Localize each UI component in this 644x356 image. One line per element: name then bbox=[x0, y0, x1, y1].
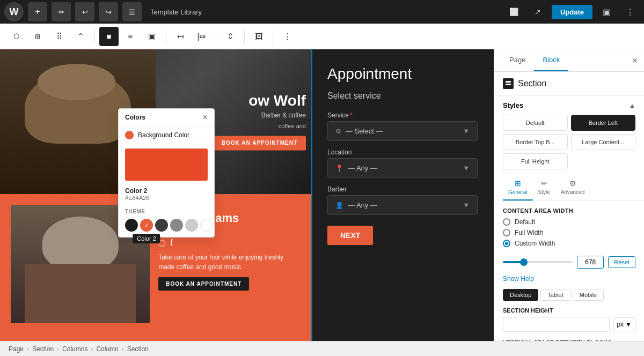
sidebar-tabs: Page Block × bbox=[494, 49, 644, 72]
align-justify-button[interactable]: ▣ bbox=[142, 27, 162, 46]
style-border-top-button[interactable]: Border Top B... bbox=[503, 134, 568, 150]
facebook-icon[interactable]: f bbox=[170, 238, 172, 248]
next-button[interactable]: NEXT bbox=[327, 226, 373, 245]
barber-text-overlay: ow Wolf Barber & coffee coffee and BOOK … bbox=[213, 93, 306, 150]
image-button[interactable]: 🖼 bbox=[249, 27, 268, 46]
barber-partial-name: ow Wolf bbox=[213, 93, 306, 109]
barber-select-arrow: ▼ bbox=[463, 201, 470, 209]
colors-popup: Colors × Background Color Color 2 #E64A2… bbox=[118, 108, 215, 238]
theme-color-orange-wrap: Color 2 bbox=[140, 219, 153, 232]
width-value-input[interactable]: 678 bbox=[577, 256, 604, 269]
desktop-tab[interactable]: Desktop bbox=[503, 289, 538, 301]
colors-popup-title: Colors bbox=[125, 114, 145, 121]
theme-color-medgray-wrap bbox=[170, 219, 183, 232]
breadcrumb-sep-3: › bbox=[91, 345, 93, 353]
service-select[interactable]: ⚙ — Select — ▼ bbox=[327, 121, 478, 141]
styles-header: Styles ▲ bbox=[494, 96, 644, 115]
breadcrumb-section[interactable]: Section bbox=[32, 345, 54, 353]
radio-default-circle bbox=[503, 218, 510, 226]
panel-toggle-button[interactable]: ⬡ bbox=[6, 27, 26, 46]
advanced-icon: ⚙ bbox=[569, 179, 576, 188]
wp-logo[interactable]: W bbox=[4, 2, 24, 21]
block-type-button[interactable]: ⊞ bbox=[28, 27, 47, 46]
align-center-button[interactable]: ≡ bbox=[121, 27, 140, 46]
mobile-tab[interactable]: Mobile bbox=[573, 289, 604, 301]
radio-default[interactable]: Default bbox=[503, 218, 635, 226]
col-separator-button[interactable]: |⇔ bbox=[192, 27, 211, 46]
advanced-subtab[interactable]: ⚙ Advanced bbox=[555, 175, 590, 201]
theme-color-white[interactable] bbox=[200, 219, 213, 232]
colors-popup-close-button[interactable]: × bbox=[203, 113, 208, 122]
top-bar: W + ✏ ↩ ↪ ☰ Template Library ⬜ ↗ Update … bbox=[0, 0, 644, 24]
add-col-left-button[interactable]: ↤ bbox=[171, 27, 190, 46]
sidebar-toggle-button[interactable]: ▣ bbox=[597, 2, 616, 21]
barber-desc-short: coffee and bbox=[213, 122, 306, 130]
theme-section: THEME Color 2 bbox=[119, 205, 214, 237]
theme-color-black-wrap bbox=[125, 219, 138, 232]
slider-thumb[interactable] bbox=[520, 258, 528, 266]
block-toolbar: ⬡ ⊞ ⠿ ⌃ ■ ≡ ▣ ↤ |⇔ ⇕ 🖼 ⋮ bbox=[0, 24, 644, 49]
details-button[interactable]: ☰ bbox=[122, 2, 142, 21]
book-appointment-btn-bottom[interactable]: BOOK AN APPOINTMENT bbox=[158, 277, 249, 291]
theme-color-orange[interactable] bbox=[140, 219, 153, 232]
more-menu-button[interactable]: ⋮ bbox=[620, 2, 640, 21]
radio-full-width[interactable]: Full Width bbox=[503, 229, 635, 236]
book-appointment-btn-top[interactable]: BOOK AN APPOINTMENT bbox=[213, 136, 306, 151]
section-height-label: SECTION HEIGHT bbox=[503, 307, 635, 314]
reset-width-button[interactable]: Reset bbox=[608, 256, 635, 268]
theme-color-darkgray[interactable] bbox=[155, 219, 168, 232]
barber-select[interactable]: 👤 — Any — ▼ bbox=[327, 195, 478, 215]
theme-color-black[interactable] bbox=[125, 219, 138, 232]
add-block-button[interactable]: + bbox=[28, 2, 47, 21]
appointment-panel: Appointment Select service Service * ⚙ —… bbox=[311, 49, 494, 341]
update-button[interactable]: Update bbox=[552, 5, 592, 19]
block-drag-button[interactable]: ⠿ bbox=[49, 27, 69, 46]
theme-label: THEME bbox=[125, 209, 208, 214]
radio-custom-width[interactable]: Custom Width bbox=[503, 240, 635, 247]
page-tab[interactable]: Page bbox=[501, 49, 534, 71]
breadcrumb-columns[interactable]: Columns bbox=[62, 345, 87, 353]
block-arrows-button[interactable]: ⌃ bbox=[71, 27, 90, 46]
panel-content: CONTENT AREA WIDTH Default Full Width Cu… bbox=[494, 201, 644, 341]
divider3 bbox=[216, 30, 216, 43]
social-icons: ⬡ f bbox=[158, 238, 292, 248]
general-subtab[interactable]: ⊞ General bbox=[503, 175, 533, 201]
breadcrumb-section2[interactable]: Section bbox=[127, 345, 149, 353]
barber-description: Take care of your hair while enjoying fr… bbox=[158, 253, 292, 272]
show-help-link[interactable]: Show Help bbox=[503, 275, 635, 283]
external-link-button[interactable]: ↗ bbox=[528, 2, 547, 21]
breadcrumb-column[interactable]: Column bbox=[96, 345, 118, 353]
page-title: Template Library bbox=[150, 8, 202, 16]
undo-button[interactable]: ↩ bbox=[75, 2, 94, 21]
tablet-tab[interactable]: Tablet bbox=[540, 289, 570, 301]
style-border-left-button[interactable]: Border Left bbox=[571, 115, 636, 131]
style-large-content-button[interactable]: Large Content... bbox=[571, 134, 636, 150]
redo-button[interactable]: ↪ bbox=[99, 2, 118, 21]
style-subtab[interactable]: ✏ Style bbox=[533, 175, 555, 201]
breadcrumb-sep-1: › bbox=[27, 345, 29, 353]
stretch-button[interactable]: ⇕ bbox=[221, 27, 240, 46]
theme-color-lightgray[interactable] bbox=[185, 219, 198, 232]
section-title-row: Section bbox=[494, 72, 644, 96]
width-slider-track[interactable] bbox=[503, 261, 573, 263]
breadcrumb-page[interactable]: Page bbox=[9, 345, 24, 353]
theme-color-medgray[interactable] bbox=[170, 219, 183, 232]
section-height-input[interactable] bbox=[503, 317, 610, 332]
location-select[interactable]: 📍 — Any — ▼ bbox=[327, 158, 478, 178]
align-left-button[interactable]: ■ bbox=[99, 27, 119, 46]
preview-desktop-button[interactable]: ⬜ bbox=[504, 2, 524, 21]
more-options-button[interactable]: ⋮ bbox=[277, 27, 297, 46]
block-tab[interactable]: Block bbox=[534, 49, 568, 71]
style-default-button[interactable]: Default bbox=[503, 115, 568, 131]
edit-pencil-button[interactable]: ✏ bbox=[52, 2, 71, 21]
background-color-button[interactable]: Background Color bbox=[119, 127, 214, 144]
service-select-arrow: ▼ bbox=[463, 127, 470, 135]
content-area-width-label: CONTENT AREA WIDTH bbox=[503, 207, 635, 214]
styles-chevron-icon[interactable]: ▲ bbox=[629, 102, 635, 109]
radio-group: Default Full Width Custom Width bbox=[503, 218, 635, 247]
style-full-height-button[interactable]: Full Height bbox=[503, 153, 568, 169]
sidebar-close-button[interactable]: × bbox=[632, 55, 638, 66]
divider1 bbox=[94, 30, 95, 43]
radio-full-width-circle bbox=[503, 229, 510, 236]
unit-select[interactable]: px ▼ bbox=[613, 317, 635, 331]
